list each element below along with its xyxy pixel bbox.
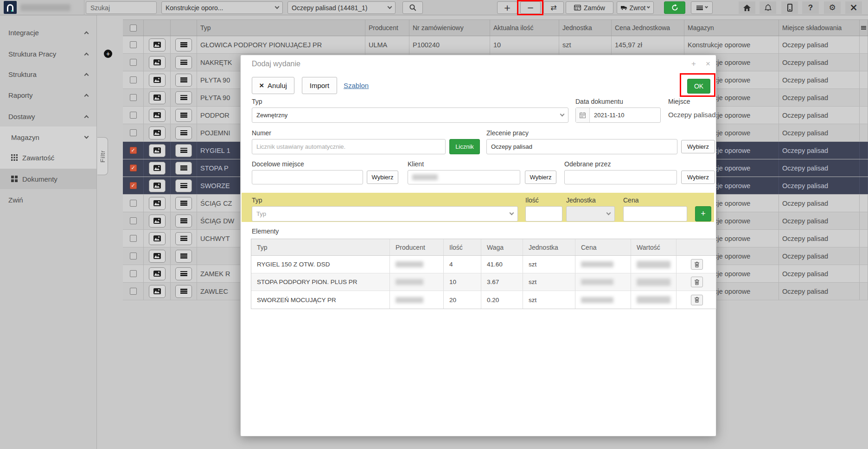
header-cena-jednostkowa[interactable]: Cena Jednostkowa	[612, 20, 684, 36]
image-button[interactable]	[149, 144, 166, 157]
menu-dropdown-button[interactable]	[691, 1, 713, 14]
sidebar-item-raporty[interactable]: Raporty	[0, 85, 96, 105]
delete-element-button[interactable]	[691, 259, 703, 270]
image-button[interactable]	[149, 179, 166, 192]
ok-button[interactable]: OK	[687, 79, 710, 94]
select-all-checkbox[interactable]	[130, 25, 137, 32]
image-button[interactable]	[149, 91, 166, 104]
row-menu-button[interactable]	[175, 144, 192, 157]
choose-received-by-button[interactable]: Wybierz	[681, 171, 715, 184]
choose-client-button[interactable]: Wybierz	[525, 171, 556, 184]
search-button[interactable]	[402, 1, 423, 14]
image-button[interactable]	[149, 74, 166, 87]
row-checkbox[interactable]	[130, 200, 137, 207]
header-typ[interactable]: Typ	[197, 20, 365, 36]
image-button[interactable]	[149, 56, 166, 69]
row-menu-button[interactable]	[175, 250, 192, 263]
row-checkbox[interactable]	[130, 129, 137, 136]
image-button[interactable]	[149, 38, 166, 51]
row-menu-button[interactable]	[175, 285, 192, 298]
sidebar-item-zawartosc[interactable]: Zawartość	[0, 147, 96, 168]
transfer-button[interactable]: ⇄	[543, 1, 564, 14]
typ-select[interactable]: Zewnętrzny	[252, 108, 568, 123]
image-button[interactable]	[149, 126, 166, 139]
received-by-input[interactable]	[564, 170, 677, 184]
location-select[interactable]: Oczepy palisad (14481_1)	[287, 1, 396, 14]
remove-item-button[interactable]: −	[520, 1, 541, 14]
header-producent[interactable]: Producent	[365, 20, 409, 36]
row-menu-button[interactable]	[175, 74, 192, 87]
qty-input[interactable]	[525, 206, 562, 221]
close-app-button[interactable]: ×	[845, 1, 862, 14]
row-checkbox-checked[interactable]: ✓	[130, 147, 137, 154]
row-menu-button[interactable]	[175, 197, 192, 210]
image-button[interactable]	[149, 285, 166, 298]
mobile-button[interactable]	[781, 1, 798, 14]
work-order-input[interactable]	[486, 139, 677, 154]
row-checkbox[interactable]	[130, 235, 137, 242]
refresh-button[interactable]	[664, 1, 685, 14]
order-button[interactable]: Zamów	[566, 1, 613, 14]
row-checkbox[interactable]	[130, 112, 137, 119]
number-input[interactable]	[252, 139, 446, 154]
template-link[interactable]: Szablon	[344, 82, 369, 89]
sidebar-item-dokumenty[interactable]: Dokumenty	[0, 169, 96, 189]
image-button[interactable]	[149, 215, 166, 228]
header-aktualna-ilosc[interactable]: Aktualna ilość	[490, 20, 559, 36]
image-button[interactable]	[149, 197, 166, 210]
row-checkbox[interactable]	[130, 76, 137, 83]
header-jednostka[interactable]: Jednostka	[559, 20, 612, 36]
table-row[interactable]: GŁOWICA PODPORY PIONUJĄCEJ PR ULMA P1002…	[123, 36, 868, 54]
delete-element-button[interactable]	[691, 295, 703, 305]
row-checkbox[interactable]	[130, 41, 137, 48]
row-menu-button[interactable]	[175, 215, 192, 228]
image-button[interactable]	[149, 250, 166, 263]
row-checkbox[interactable]	[130, 217, 137, 224]
sidebar-item-struktura-pracy[interactable]: Struktura Pracy	[0, 44, 96, 64]
header-nr-zamowieniowy[interactable]: Nr zamówieniowy	[409, 20, 490, 36]
row-checkbox[interactable]	[130, 253, 137, 259]
document-date-field[interactable]: 2021-11-10	[575, 108, 661, 123]
image-button[interactable]	[149, 267, 166, 280]
search-input[interactable]	[86, 1, 157, 14]
row-checkbox[interactable]	[130, 270, 137, 277]
delete-element-button[interactable]	[691, 277, 703, 287]
app-logo[interactable]	[4, 1, 17, 14]
settings-button[interactable]: ⚙	[824, 1, 841, 14]
filter-tab[interactable]: Filtr	[97, 137, 108, 175]
row-checkbox[interactable]	[130, 94, 137, 101]
image-button[interactable]	[149, 109, 166, 122]
row-menu-button[interactable]	[175, 126, 192, 139]
row-menu-button[interactable]	[175, 232, 192, 245]
row-menu-button[interactable]	[175, 179, 192, 192]
dialog-expand-button[interactable]: +	[691, 60, 696, 68]
add-typ-select[interactable]: Typ	[252, 206, 518, 221]
row-checkbox-checked[interactable]: ✓	[130, 182, 137, 189]
header-miejsce-skladowania[interactable]: Miejsce składowania	[779, 20, 860, 36]
add-column-button[interactable]: +	[104, 50, 112, 58]
row-menu-button[interactable]	[175, 38, 192, 51]
import-button[interactable]: Import	[302, 77, 337, 94]
dialog-close-button[interactable]: ×	[706, 60, 710, 68]
image-button[interactable]	[149, 232, 166, 245]
row-menu-button[interactable]	[175, 267, 192, 280]
header-magazyn[interactable]: Magazyn	[684, 20, 779, 36]
sidebar-item-integracje[interactable]: Integracje	[0, 22, 96, 43]
row-checkbox[interactable]	[130, 59, 137, 66]
row-menu-button[interactable]	[175, 56, 192, 69]
return-button[interactable]: Zwrot	[617, 1, 654, 14]
choose-target-place-button[interactable]: Wybierz	[367, 171, 398, 184]
sidebar-item-struktura[interactable]: Struktura	[0, 64, 96, 84]
counter-button[interactable]: Licznik	[449, 139, 480, 154]
target-place-input[interactable]	[252, 170, 363, 184]
cancel-button[interactable]: × Anuluj	[252, 77, 294, 94]
home-button[interactable]	[739, 1, 755, 14]
header-options-button[interactable]	[860, 20, 868, 36]
sidebar-item-magazyn[interactable]: Magazyn	[0, 127, 96, 147]
add-element-button[interactable]: +	[695, 206, 711, 221]
notifications-button[interactable]	[760, 1, 776, 14]
row-checkbox-checked[interactable]: ✓	[130, 164, 137, 171]
image-button[interactable]	[149, 162, 166, 175]
unit-select[interactable]	[566, 206, 615, 221]
help-button[interactable]: ?	[802, 1, 819, 14]
